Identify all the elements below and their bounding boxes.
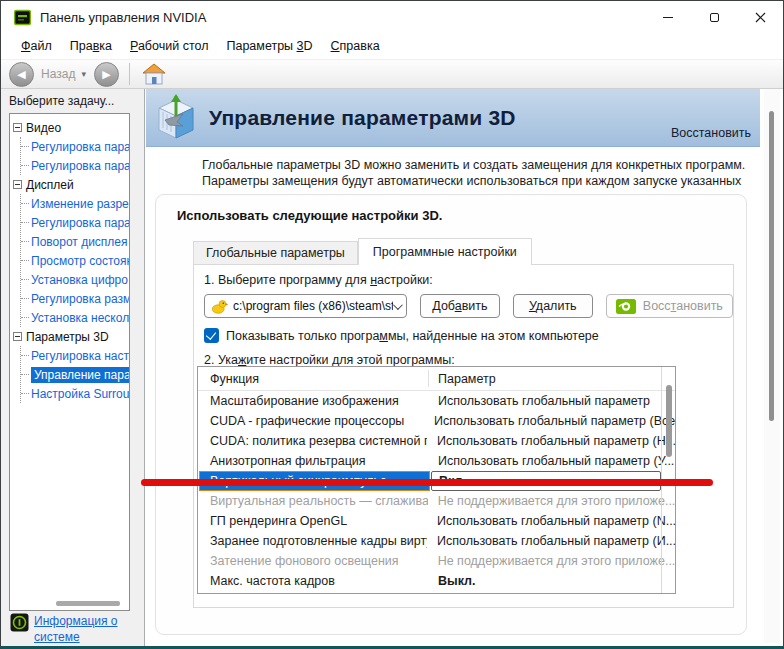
title-bar: Панель управления NVIDIA bbox=[1, 1, 783, 33]
back-label: Назад bbox=[41, 67, 75, 81]
table-row[interactable]: Затенение фонового освещенияНе поддержив… bbox=[198, 551, 675, 571]
column-header-feature[interactable]: Функция bbox=[198, 372, 428, 386]
task-pane: Выберите задачу... Видео Регулировка пар… bbox=[1, 89, 145, 646]
show-only-programs-row: Показывать только программы, найденные н… bbox=[204, 328, 733, 343]
maximize-icon bbox=[710, 13, 719, 22]
table-header: Функция Параметр bbox=[198, 367, 675, 391]
table-row[interactable]: Заранее подготовленные кадры вирту...Исп… bbox=[198, 531, 675, 551]
tab-program-settings[interactable]: Программные настройки bbox=[358, 238, 532, 265]
remove-button[interactable]: Удалить bbox=[513, 294, 593, 318]
main-content: Управление параметрами 3D Восстановить Г… bbox=[146, 89, 782, 643]
tree-horizontal-scrollbar[interactable] bbox=[56, 601, 120, 606]
chevron-down-icon bbox=[393, 300, 403, 310]
system-info: Информация о системе bbox=[10, 613, 140, 645]
collapse-icon[interactable] bbox=[13, 180, 22, 189]
tree-item-display-6[interactable]: Регулировка разм bbox=[21, 289, 129, 308]
close-button[interactable] bbox=[737, 1, 783, 33]
program-select-value: c:\program files (x86)\steam\st... bbox=[233, 299, 393, 313]
tree-item-display-7[interactable]: Установка нескол bbox=[21, 308, 129, 327]
menu-file[interactable]: Файл bbox=[12, 36, 61, 56]
menu-3d-settings[interactable]: Параметры 3D bbox=[217, 36, 321, 56]
program-select[interactable]: c:\program files (x86)\steam\st... bbox=[204, 294, 407, 318]
show-only-programs-label: Показывать только программы, найденные н… bbox=[226, 329, 599, 343]
tree-item-display-2[interactable]: Регулировка пара bbox=[21, 213, 129, 232]
window-title: Панель управления NVIDIA bbox=[40, 10, 206, 25]
tree-item-display-5[interactable]: Установка цифро bbox=[21, 270, 129, 289]
3d-settings-icon bbox=[153, 94, 199, 142]
main-scrollbar-track[interactable] bbox=[764, 89, 780, 643]
collapse-icon[interactable] bbox=[13, 123, 22, 132]
nvidia-app-icon bbox=[14, 9, 31, 26]
tree-item-surround[interactable]: Настройка Surrou bbox=[21, 384, 129, 403]
add-button[interactable]: Добавить bbox=[420, 294, 500, 318]
back-button[interactable]: ◀ bbox=[9, 62, 34, 87]
annotation-red-underline bbox=[141, 479, 713, 486]
table-row[interactable]: CUDA: политика резерва системной пам...И… bbox=[198, 431, 675, 451]
close-icon bbox=[755, 12, 766, 23]
minimize-icon bbox=[663, 17, 673, 18]
banner-restore-link[interactable]: Восстановить bbox=[671, 126, 751, 140]
tree-item-video-1[interactable]: Регулировка пара bbox=[21, 137, 129, 156]
forward-arrow-icon: ▶ bbox=[102, 68, 110, 81]
table-row[interactable]: Макс. частота кадровВыкл. bbox=[198, 571, 675, 591]
column-divider[interactable] bbox=[428, 370, 429, 387]
task-pane-header: Выберите задачу... bbox=[1, 89, 144, 108]
info-icon bbox=[10, 613, 29, 632]
tree-group-display[interactable]: Дисплей bbox=[13, 175, 129, 194]
home-icon[interactable] bbox=[142, 63, 166, 85]
toolbar-separator bbox=[129, 63, 130, 85]
minimize-button[interactable] bbox=[645, 1, 691, 33]
navigation-toolbar: ◀ Назад ▾ ▶ bbox=[1, 59, 783, 89]
tree-item-display-1[interactable]: Изменение разреш bbox=[21, 194, 129, 213]
back-history-caret-icon[interactable]: ▾ bbox=[81, 69, 86, 79]
back-arrow-icon: ◀ bbox=[17, 68, 25, 81]
tree-item-adjust-3d[interactable]: Регулировка наст bbox=[21, 346, 129, 365]
restore-button[interactable]: Восстановить bbox=[606, 294, 733, 318]
menu-help[interactable]: Справка bbox=[322, 36, 389, 56]
tree-item-video-2[interactable]: Регулировка пара bbox=[21, 156, 129, 175]
table-scrollbar-thumb[interactable] bbox=[666, 385, 672, 457]
column-header-setting[interactable]: Параметр bbox=[428, 372, 496, 386]
table-row[interactable]: CUDA - графические процессорыИспользоват… bbox=[198, 411, 675, 431]
nvidia-logo-icon bbox=[616, 299, 636, 314]
tree-group-video[interactable]: Видео bbox=[13, 118, 129, 137]
tree-item-display-3[interactable]: Поворот дисплея bbox=[21, 232, 129, 251]
select-program-label: 1. Выберите программу для настройки: bbox=[204, 273, 733, 287]
main-scrollbar-thumb[interactable] bbox=[769, 111, 774, 421]
task-tree: Видео Регулировка пара Регулировка пара … bbox=[9, 113, 130, 611]
table-row[interactable]: Виртуальная реальность — сглаживан...Не … bbox=[198, 491, 675, 511]
show-only-programs-checkbox[interactable] bbox=[204, 328, 219, 343]
menu-edit[interactable]: Правка bbox=[61, 36, 121, 56]
specify-settings-label: 2. Укажите настройки для этой программы: bbox=[204, 353, 733, 367]
menu-bar: Файл Правка Рабочий стол Параметры 3D Сп… bbox=[1, 33, 783, 59]
section-heading: Использовать следующие настройки 3D. bbox=[156, 195, 746, 223]
page-banner: Управление параметрами 3D Восстановить bbox=[146, 89, 760, 147]
tree-item-manage-3d-selected[interactable]: Управление пара bbox=[21, 365, 129, 384]
table-row[interactable]: ГП рендеринга OpenGLИспользовать глобаль… bbox=[198, 511, 675, 531]
tree-item-display-4[interactable]: Просмотр состоян bbox=[21, 251, 129, 270]
settings-tabs: Глобальные параметры Программные настрой… bbox=[193, 238, 746, 264]
system-info-link[interactable]: Информация о системе bbox=[34, 613, 122, 645]
table-row[interactable]: Анизотропная фильтрацияИспользовать глоб… bbox=[198, 451, 675, 471]
program-settings-pane: 1. Выберите программу для настройки: c:\… bbox=[193, 264, 734, 608]
table-row[interactable]: Масштабирование изображенияИспользовать … bbox=[198, 391, 675, 411]
forward-button[interactable]: ▶ bbox=[94, 62, 119, 87]
settings-panel: Использовать следующие настройки 3D. Гло… bbox=[155, 194, 747, 635]
tree-group-3d-settings[interactable]: Параметры 3D bbox=[13, 327, 129, 346]
menu-desktop[interactable]: Рабочий стол bbox=[121, 36, 217, 56]
tab-global-settings[interactable]: Глобальные параметры bbox=[193, 241, 358, 264]
page-title: Управление параметрами 3D bbox=[209, 106, 516, 130]
collapse-icon[interactable] bbox=[13, 332, 22, 341]
program-app-icon bbox=[211, 299, 228, 314]
maximize-button[interactable] bbox=[691, 1, 737, 33]
nvidia-control-panel-window: Панель управления NVIDIA Файл Правка Раб… bbox=[0, 0, 784, 649]
